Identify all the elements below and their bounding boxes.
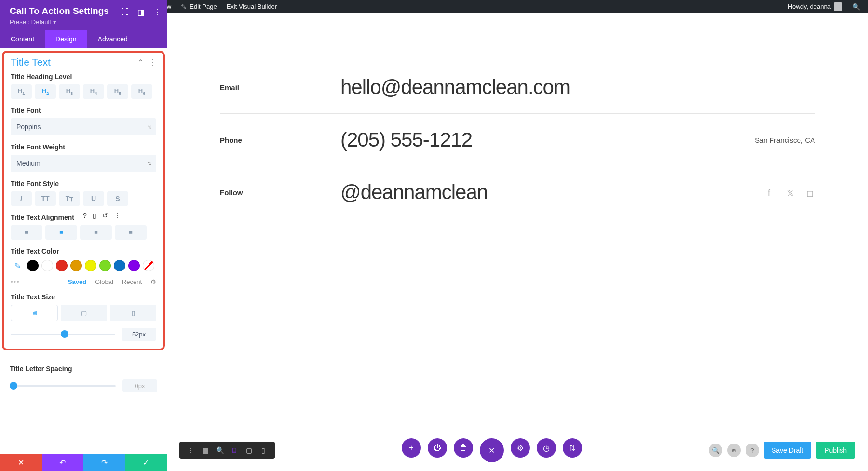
swatch-orange[interactable] — [70, 260, 82, 271]
align-left[interactable]: ≡ — [11, 225, 42, 240]
phone-icon[interactable]: ▯ — [93, 212, 96, 219]
font-style-buttons: I TT Tᴛ U S — [11, 191, 156, 206]
settings-tabs: Content Design Advanced — [0, 30, 167, 48]
search-toggle[interactable]: 🔍 — [848, 0, 864, 13]
heading-h4[interactable]: H4 — [83, 84, 104, 99]
accept-button[interactable]: ✓ — [125, 454, 167, 471]
align-buttons: ≡ ≡ ≡ ≡ — [11, 225, 156, 240]
row-value: @deannamclean — [340, 181, 768, 204]
heading-h3[interactable]: H3 — [59, 84, 80, 99]
select-caret-icon: ⇅ — [148, 161, 151, 166]
instagram-icon[interactable]: ◻ — [806, 188, 815, 197]
color-gear-icon[interactable]: ⚙ — [150, 278, 156, 285]
italic-button[interactable]: I — [11, 191, 32, 206]
tab-advanced[interactable]: Advanced — [87, 30, 138, 48]
swatch-black[interactable] — [27, 260, 39, 271]
swatch-purple[interactable] — [128, 260, 140, 271]
help-icon[interactable]: ? — [83, 212, 87, 219]
heading-h2[interactable]: H2 — [35, 84, 56, 99]
swatch-yellow[interactable] — [85, 260, 96, 271]
exit-vb-label: Exit Visual Builder — [227, 3, 277, 10]
swatch-blue[interactable] — [114, 260, 125, 271]
history-button[interactable]: ◷ — [537, 438, 556, 458]
discard-button[interactable]: ✕ — [0, 454, 42, 471]
page-preview: Email hello@deannamclean.com Phone (205)… — [167, 13, 868, 471]
device-desktop[interactable]: 🖥 — [11, 305, 58, 321]
weight-label: Title Font Weight — [11, 143, 156, 151]
color-tab-recent[interactable]: Recent — [122, 278, 142, 285]
view-more-icon[interactable]: ⋮ — [184, 444, 198, 456]
edit-page-link[interactable]: ✎Edit Page — [177, 0, 220, 13]
reset-icon[interactable]: ↺ — [102, 212, 108, 219]
align-right[interactable]: ≡ — [80, 225, 112, 240]
desktop-view-icon[interactable]: 🖥 — [228, 444, 241, 456]
save-draft-button[interactable]: Save Draft — [764, 442, 811, 459]
transfer-button[interactable]: ⇅ — [563, 438, 582, 458]
device-phone[interactable]: ▯ — [110, 305, 156, 321]
tablet-view-icon[interactable]: ▢ — [242, 444, 256, 456]
underline-button[interactable]: U — [83, 191, 104, 206]
publish-button[interactable]: Publish — [816, 442, 855, 459]
heading-h5[interactable]: H5 — [107, 84, 128, 99]
size-value[interactable]: 52px — [122, 328, 156, 341]
zoom-icon[interactable]: 🔍 — [213, 444, 227, 456]
facebook-icon[interactable]: f — [768, 188, 776, 197]
letter-spacing-value[interactable]: 0px — [122, 379, 157, 392]
trash-button[interactable]: 🗑 — [454, 438, 473, 458]
add-button[interactable]: + — [402, 438, 421, 458]
strikethrough-button[interactable]: S — [107, 191, 128, 206]
layers-icon[interactable]: ≋ — [727, 444, 741, 457]
settings-button[interactable]: ⚙ — [511, 438, 530, 458]
swatch-white[interactable] — [41, 260, 53, 271]
swatch-none[interactable] — [143, 260, 154, 271]
device-buttons: 🖥 ▢ ▯ — [11, 305, 156, 321]
snap-icon[interactable]: ◨ — [137, 8, 145, 17]
tab-content[interactable]: Content — [0, 30, 45, 48]
preset-selector[interactable]: Preset: Default▾ — [10, 18, 157, 26]
howdy-label: Howdy, deanna — [788, 3, 831, 10]
size-slider[interactable] — [11, 334, 115, 335]
row-label: Email — [220, 83, 340, 92]
color-tab-saved[interactable]: Saved — [68, 278, 86, 285]
font-select[interactable]: Poppins⇅ — [11, 118, 156, 135]
wireframe-icon[interactable]: ▦ — [199, 444, 212, 456]
heading-h6[interactable]: H6 — [131, 84, 152, 99]
close-builder-button[interactable]: ✕ — [480, 438, 504, 462]
align-center[interactable]: ≡ — [45, 225, 77, 240]
eyedropper-icon[interactable]: ✎ — [11, 259, 24, 272]
exit-vb-link[interactable]: Exit Visual Builder — [223, 0, 281, 13]
right-actions: 🔍 ≋ ? Save Draft Publish — [709, 442, 855, 459]
heading-level-buttons: H1 H2 H3 H4 H5 H6 — [11, 84, 156, 99]
swatch-green[interactable] — [99, 260, 111, 271]
size-label: Title Text Size — [11, 293, 156, 301]
swatch-red[interactable] — [56, 260, 68, 271]
device-tablet[interactable]: ▢ — [61, 305, 107, 321]
heading-h1[interactable]: H1 — [11, 84, 32, 99]
phone-view-icon[interactable]: ▯ — [257, 444, 270, 456]
undo-button[interactable]: ↶ — [42, 454, 84, 471]
expand-icon[interactable]: ⛶ — [121, 8, 129, 17]
color-tab-global[interactable]: Global — [95, 278, 113, 285]
uppercase-button[interactable]: TT — [35, 191, 56, 206]
collapse-icon[interactable]: ⌃ — [137, 58, 144, 67]
x-icon[interactable]: 𝕏 — [787, 188, 796, 197]
more-colors-icon[interactable]: ••• — [11, 278, 20, 285]
help-center-icon[interactable]: ? — [746, 444, 759, 457]
smallcaps-button[interactable]: Tᴛ — [59, 191, 80, 206]
howdy-user[interactable]: Howdy, deanna — [784, 0, 846, 13]
section-more-icon[interactable]: ⋮ — [149, 58, 156, 67]
tab-design[interactable]: Design — [45, 30, 87, 48]
section-title: Title Text — [11, 56, 51, 68]
align-more-icon[interactable]: ⋮ — [114, 212, 121, 219]
redo-button[interactable]: ↷ — [83, 454, 125, 471]
settings-sidebar: Call To Action Settings Preset: Default▾… — [0, 0, 167, 471]
chevron-down-icon: ▾ — [53, 18, 56, 26]
power-button[interactable]: ⏻ — [428, 438, 447, 458]
more-icon[interactable]: ⋮ — [153, 8, 161, 17]
align-justify[interactable]: ≡ — [115, 225, 147, 240]
letter-spacing-slider[interactable] — [10, 385, 116, 387]
contact-row-email: Email hello@deannamclean.com — [220, 61, 815, 114]
find-icon[interactable]: 🔍 — [709, 444, 722, 457]
row-label: Phone — [220, 136, 340, 144]
weight-select[interactable]: Medium⇅ — [11, 155, 156, 172]
